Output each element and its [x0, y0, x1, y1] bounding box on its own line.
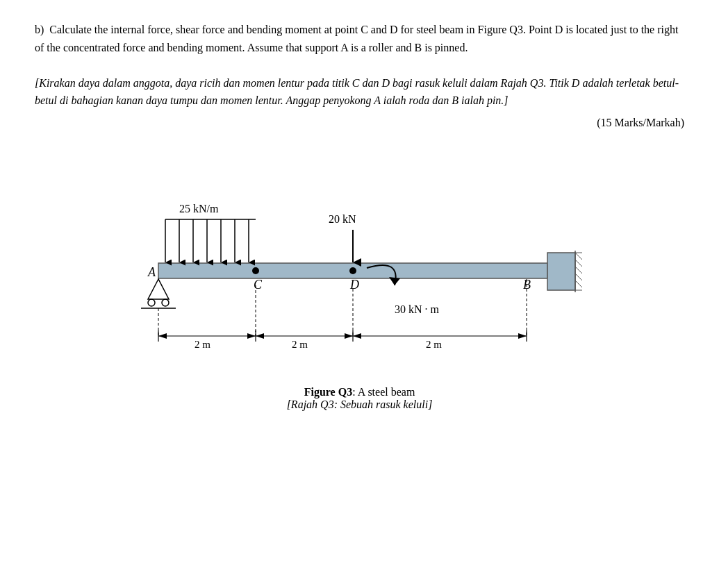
label-a: A: [147, 265, 156, 279]
diagram-container: 25 kN/m 20 kN A C D B: [35, 150, 684, 411]
label-c: C: [254, 278, 263, 292]
question-label: b): [35, 21, 44, 39]
label-d: D: [349, 278, 359, 292]
point-load-label: 20 kN: [329, 213, 356, 225]
moment-label: 30 kN · m: [395, 303, 440, 315]
figure-caption-italic: [Rajah Q3: Sebuah rasuk keluli]: [287, 398, 433, 410]
svg-marker-33: [518, 333, 527, 339]
point-d-dot: [349, 267, 356, 274]
support-a-triangle: [148, 279, 169, 299]
dim-3: 2 m: [426, 339, 442, 350]
svg-point-10: [148, 299, 155, 306]
svg-marker-28: [256, 333, 264, 339]
dim-2: 2 m: [292, 339, 308, 350]
question-text: b) Calculate the internal force, shear f…: [35, 21, 684, 110]
svg-marker-29: [345, 333, 353, 339]
question-block: b) Calculate the internal force, shear f…: [35, 21, 684, 411]
svg-marker-24: [158, 333, 167, 339]
malay-text: [Kirakan daya dalam anggota, daya ricih …: [35, 77, 679, 107]
svg-marker-25: [247, 333, 256, 339]
svg-point-11: [162, 299, 169, 306]
figure-caption-normal: : A steel beam: [352, 386, 415, 398]
svg-line-15: [575, 267, 582, 274]
point-c-dot: [252, 267, 259, 274]
dim-1: 2 m: [195, 339, 210, 350]
marks: (15 Marks/Markah): [35, 117, 684, 129]
svg-marker-32: [353, 333, 361, 339]
distributed-load-label: 25 kN/m: [179, 203, 219, 215]
moment-arrow: [389, 277, 400, 285]
svg-line-13: [575, 253, 582, 260]
figure-caption-bold: Figure Q3: [304, 386, 352, 398]
figure-caption: Figure Q3: A steel beam [Rajah Q3: Sebua…: [287, 386, 433, 411]
main-text: Calculate the internal force, shear forc…: [35, 24, 678, 53]
svg-line-17: [575, 280, 582, 287]
beam-diagram: 25 kN/m 20 kN A C D B: [117, 150, 603, 372]
svg-line-14: [575, 260, 582, 267]
svg-line-16: [575, 274, 582, 280]
support-b-wall: [547, 253, 575, 290]
